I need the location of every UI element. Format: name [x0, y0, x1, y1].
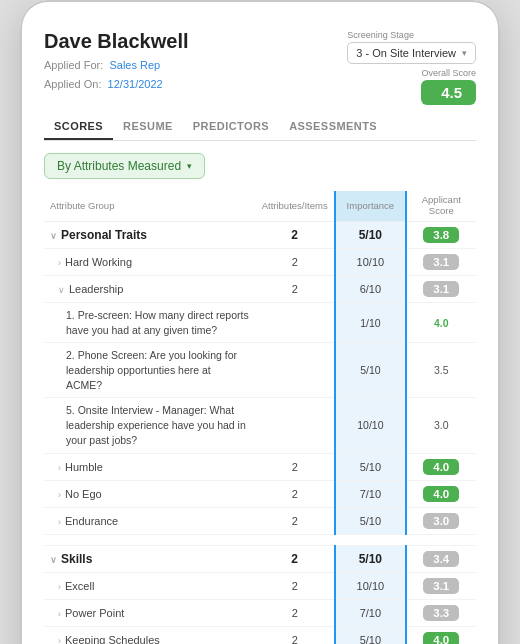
screening-select[interactable]: 3 - On Site Interview ▾: [347, 42, 476, 64]
filter-chevron-icon: ▾: [187, 161, 192, 171]
row-label: Humble: [65, 461, 103, 473]
row-items: 2: [255, 545, 335, 572]
score-badge-gray: 3.4: [423, 551, 459, 567]
row-score: 3.1: [406, 572, 476, 599]
tablet-frame: Dave Blackwell Applied For: Sales Rep Ap…: [20, 0, 500, 644]
candidate-name: Dave Blackwell: [44, 30, 189, 53]
chevron-right-icon: ›: [58, 463, 61, 473]
row-label: No Ego: [65, 488, 102, 500]
row-score: 3.1: [406, 249, 476, 276]
score-text-plain: 3.0: [434, 419, 449, 431]
filter-label: By Attributes Measured: [57, 159, 181, 173]
row-items: [255, 303, 335, 343]
row-items: 2: [255, 480, 335, 507]
table-row[interactable]: ∨Skills25/103.4: [44, 545, 476, 572]
row-score: 3.5: [406, 343, 476, 398]
score-badge-gray: 3.0: [423, 513, 459, 529]
row-items: [255, 343, 335, 398]
table-row[interactable]: ∨Leadership26/103.1: [44, 276, 476, 303]
table-row[interactable]: ›Humble25/104.0: [44, 453, 476, 480]
tab-assessments[interactable]: ASSESSMENTS: [279, 113, 387, 140]
table-row[interactable]: ›Excell210/103.1: [44, 572, 476, 599]
row-importance: 1/10: [335, 303, 405, 343]
score-badge-gray: 3.1: [423, 254, 459, 270]
row-items: 2: [255, 572, 335, 599]
row-items: 2: [255, 599, 335, 626]
screening-section: Screening Stage 3 - On Site Interview ▾: [347, 30, 476, 64]
tab-resume[interactable]: RESUME: [113, 113, 183, 140]
chevron-down-icon: ∨: [50, 231, 57, 241]
row-label: Endurance: [65, 515, 118, 527]
scores-table: Attribute Group Attributes/Items Importa…: [44, 191, 476, 644]
chevron-down-icon: ▾: [462, 48, 467, 58]
chevron-right-icon: ›: [58, 258, 61, 268]
row-importance: 7/10: [335, 480, 405, 507]
overall-label: Overall Score: [421, 68, 476, 78]
row-score: 3.0: [406, 398, 476, 453]
chevron-right-icon: ›: [58, 636, 61, 645]
tab-scores[interactable]: SCORES: [44, 113, 113, 140]
row-score: 4.0: [406, 626, 476, 644]
score-badge-green: 4.0: [423, 632, 459, 645]
header-right: Screening Stage 3 - On Site Interview ▾ …: [347, 30, 476, 105]
row-importance: 5/10: [335, 343, 405, 398]
row-items: 2: [255, 626, 335, 644]
row-score: 4.0: [406, 303, 476, 343]
row-label: 1. Pre-screen: How many direct reports h…: [66, 309, 249, 336]
table-row[interactable]: ›No Ego27/104.0: [44, 480, 476, 507]
screening-label: Screening Stage: [347, 30, 476, 40]
row-label: Excell: [65, 580, 94, 592]
score-badge-gray: 3.1: [423, 578, 459, 594]
applied-for-value: Sales Rep: [109, 59, 160, 71]
applied-for-label: Applied For:: [44, 59, 103, 71]
tab-bar: SCORES RESUME PREDICTORS ASSESSMENTS: [44, 113, 476, 141]
row-importance: 5/10: [335, 222, 405, 249]
header-items: Attributes/Items: [255, 191, 335, 222]
row-label: Hard Working: [65, 256, 132, 268]
row-label: Power Point: [65, 607, 124, 619]
row-score: 3.3: [406, 599, 476, 626]
row-items: 2: [255, 507, 335, 534]
page-content: Dave Blackwell Applied For: Sales Rep Ap…: [20, 20, 500, 644]
score-badge-gray: 3.3: [423, 605, 459, 621]
row-items: [255, 398, 335, 453]
table-row: 5. Onsite Interview - Manager: What lead…: [44, 398, 476, 453]
score-badge-green: 4.0: [423, 486, 459, 502]
candidate-meta: Applied For: Sales Rep Applied On: 12/31…: [44, 56, 189, 93]
row-importance: 10/10: [335, 249, 405, 276]
row-label: 5. Onsite Interview - Manager: What lead…: [66, 404, 246, 445]
row-importance: 10/10: [335, 572, 405, 599]
applied-on-label: Applied On:: [44, 78, 101, 90]
row-score: 3.0: [406, 507, 476, 534]
row-items: 2: [255, 222, 335, 249]
table-row[interactable]: ›Hard Working210/103.1: [44, 249, 476, 276]
tab-predictors[interactable]: PREDICTORS: [183, 113, 279, 140]
filter-button[interactable]: By Attributes Measured ▾: [44, 153, 205, 179]
score-badge-gray: 3.1: [423, 281, 459, 297]
table-row[interactable]: ›Power Point27/103.3: [44, 599, 476, 626]
chevron-right-icon: ›: [58, 609, 61, 619]
chevron-down-icon: ∨: [50, 555, 57, 565]
screening-value: 3 - On Site Interview: [356, 47, 456, 59]
row-score: 3.4: [406, 545, 476, 572]
score-text-green: 4.0: [434, 317, 449, 329]
chevron-down-icon: ∨: [58, 285, 65, 295]
overall-section: Overall Score 4.5: [421, 68, 476, 105]
row-score: 3.8: [406, 222, 476, 249]
applied-on-value: 12/31/2022: [108, 78, 163, 90]
table-row[interactable]: ›Keeping Schedules25/104.0: [44, 626, 476, 644]
table-row: 2. Phone Screen: Are you looking for lea…: [44, 343, 476, 398]
overall-score: 4.5: [421, 80, 476, 105]
chevron-right-icon: ›: [58, 490, 61, 500]
table-row[interactable]: ∨Personal Traits25/103.8: [44, 222, 476, 249]
row-score: 4.0: [406, 480, 476, 507]
row-label: Keeping Schedules: [65, 634, 160, 645]
header: Dave Blackwell Applied For: Sales Rep Ap…: [44, 30, 476, 105]
candidate-info: Dave Blackwell Applied For: Sales Rep Ap…: [44, 30, 189, 93]
row-importance: 5/10: [335, 545, 405, 572]
row-importance: 5/10: [335, 453, 405, 480]
header-importance: Importance: [335, 191, 405, 222]
row-importance: 6/10: [335, 276, 405, 303]
table-row[interactable]: ›Endurance25/103.0: [44, 507, 476, 534]
row-score: 4.0: [406, 453, 476, 480]
